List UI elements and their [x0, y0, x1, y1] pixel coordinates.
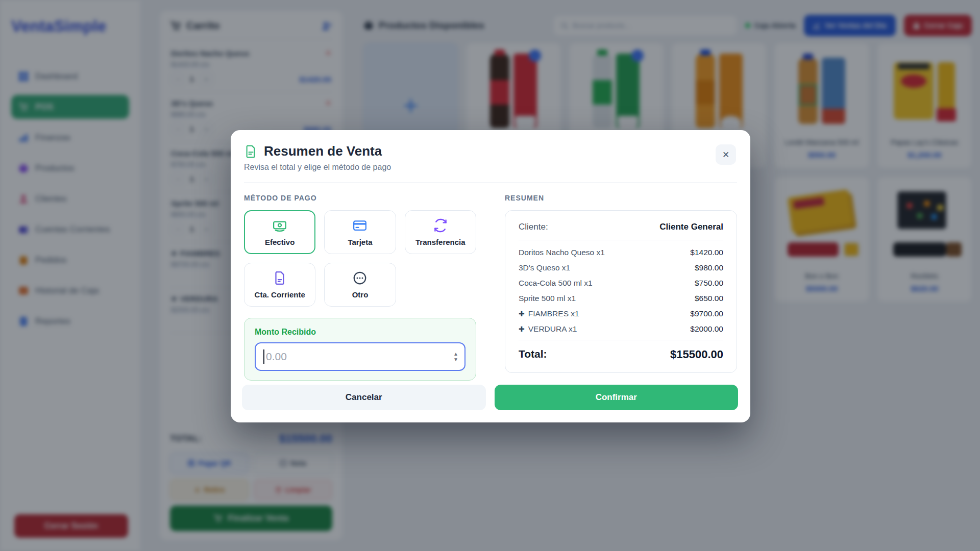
close-icon[interactable]: ✕ [716, 144, 736, 165]
summary-item: Sprite 500 ml x1$650.00 [519, 294, 723, 303]
summary-item: FIAMBRES x1$9700.00 [519, 309, 723, 318]
cancel-button[interactable]: Cancelar [242, 385, 486, 410]
payment-methods: Efectivo Tarjeta Transferencia Cta. Corr… [244, 210, 476, 307]
modal-header: Resumen de Venta Revisa el total y elige… [244, 143, 737, 183]
monto-recibido-input[interactable] [255, 342, 465, 371]
text-cursor [263, 349, 264, 364]
receipt-icon [244, 144, 258, 158]
confirm-button[interactable]: Confirmar [495, 385, 739, 410]
resumen-venta-modal: Resumen de Venta Revisa el total y elige… [231, 130, 750, 422]
summary-item: Doritos Nacho Queso x1$1420.00 [519, 248, 723, 257]
payment-method-efectivo[interactable]: Efectivo [244, 210, 315, 254]
scale-icon [519, 324, 525, 334]
modal-title: Resumen de Venta [244, 143, 737, 159]
credit-card-icon [352, 218, 368, 233]
total-label: Total: [519, 348, 547, 361]
total-value: $15500.00 [670, 348, 723, 361]
payment-method-otro[interactable]: Otro [324, 263, 396, 307]
modal-subtitle: Revisa el total y elige el método de pag… [244, 163, 737, 172]
transfer-arrows-icon [433, 218, 448, 233]
cliente-value: Cliente General [659, 222, 723, 232]
cash-icon [272, 218, 287, 233]
resumen-card: Cliente: Cliente General Doritos Nacho Q… [505, 210, 737, 373]
payment-method-cta-corriente[interactable]: Cta. Corriente [244, 263, 315, 307]
divider [519, 240, 723, 240]
summary-item: 3D's Queso x1$980.00 [519, 263, 723, 272]
payment-method-tarjeta[interactable]: Tarjeta [324, 210, 396, 254]
stepper-up-icon[interactable]: ▲ [453, 352, 458, 357]
summary-item: Coca-Cola 500 ml x1$750.00 [519, 279, 723, 288]
payment-method-transferencia[interactable]: Transferencia [405, 210, 476, 254]
monto-recibido-box: Monto Recibido ▲▼ [244, 318, 476, 381]
monto-recibido-label: Monto Recibido [255, 328, 465, 337]
scale-icon [519, 309, 525, 318]
pos-app-screen: VentaSimple Dashboard POS Finanzas Produ… [0, 0, 980, 551]
number-stepper[interactable]: ▲▼ [453, 352, 458, 362]
payment-section-label: MÉTODO DE PAGO [244, 194, 476, 202]
cliente-label: Cliente: [519, 222, 548, 232]
more-options-icon [352, 270, 368, 286]
stepper-down-icon[interactable]: ▼ [453, 357, 458, 362]
payment-column: MÉTODO DE PAGO Efectivo Tarjeta Transfer… [244, 194, 476, 381]
summary-item: VERDURA x1$2000.00 [519, 324, 723, 334]
summary-column: RESUMEN Cliente: Cliente General Doritos… [505, 194, 737, 381]
resumen-section-label: RESUMEN [505, 194, 737, 202]
account-doc-icon [272, 270, 287, 286]
